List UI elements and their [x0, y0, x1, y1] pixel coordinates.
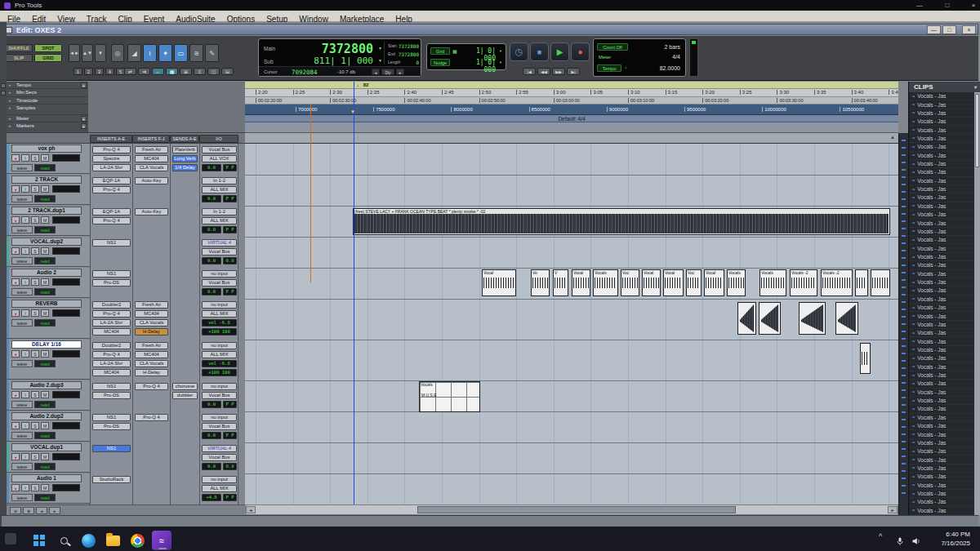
automation-mode-button[interactable]: read — [34, 319, 56, 327]
output-volume[interactable]: 0.0 — [202, 164, 221, 171]
mirror-midi-icon[interactable]: ↔ — [152, 68, 164, 75]
insert-slot[interactable]: Doubler2 — [92, 301, 131, 309]
track-view-selector[interactable]: wave — [11, 195, 33, 202]
edge-browser-button[interactable] — [78, 531, 98, 550]
input-monitor-button[interactable]: I — [21, 391, 29, 398]
horizontal-scroll-thumb[interactable] — [417, 506, 736, 513]
record-button[interactable]: ● — [571, 42, 590, 61]
close-icon[interactable]: × — [964, 1, 980, 10]
mute-button[interactable]: M — [41, 350, 49, 358]
scroll-up-icon[interactable]: ▲ — [890, 135, 895, 140]
scroll-right-icon[interactable]: ► — [888, 506, 898, 513]
audio-clip[interactable]: Vocal — [663, 269, 684, 296]
clip-list-item[interactable]: ≈Vocals - Jas — [909, 244, 975, 252]
insert-slot[interactable]: EQP-1A — [92, 208, 131, 216]
meter-ruler[interactable]: Default: 4/4 — [245, 115, 898, 122]
scroll-left-icon[interactable]: ◄ — [246, 506, 256, 513]
record-enable-button[interactable]: ● — [11, 422, 20, 429]
record-enable-button[interactable]: ● — [11, 309, 20, 317]
clip-list-item[interactable]: ≈Vocals - Jas — [909, 447, 975, 455]
track-view-selector[interactable]: wave — [11, 226, 33, 233]
insert-slot[interactable]: NS1 — [92, 445, 131, 452]
insert-slot[interactable]: Auto-Key — [135, 177, 168, 184]
io-output-selector[interactable]: Vocal Bus — [202, 279, 237, 287]
track-view-selector[interactable]: wave — [11, 288, 33, 295]
audio-clip[interactable]: Voc — [621, 269, 639, 296]
edit-window-titlebar[interactable]: Edit: OXES 2 — □ × — [2, 24, 978, 35]
insert-slot[interactable]: Long Verb — [172, 155, 198, 162]
add-markers-button[interactable]: + — [81, 123, 87, 129]
insert-slot[interactable]: MC404 — [92, 328, 131, 335]
insert-slot[interactable]: Fresh Air — [135, 146, 168, 153]
edit-minimize-icon[interactable]: — — [927, 25, 941, 34]
output-pan[interactable]: 0.0 — [223, 463, 237, 470]
output-volume[interactable]: 0.0 — [202, 463, 221, 470]
io-output-selector[interactable]: ALL MIX — [202, 351, 237, 358]
audio-clip[interactable] — [860, 343, 871, 374]
io-input-selector[interactable]: VIRTUAL 4 — [202, 445, 237, 452]
ruler-label-markers[interactable]: ▸Markers+ — [7, 122, 88, 133]
track-header-2-track-dup1[interactable]: 2 TRACK.dup1●ISMwaveread — [7, 206, 90, 236]
output-volume[interactable]: 0.0 — [202, 195, 221, 202]
audio-clip[interactable]: Vocal — [482, 269, 516, 296]
io-output-selector[interactable]: Vocal Bus — [202, 454, 237, 461]
track-view-selector[interactable]: wave — [11, 463, 33, 470]
io-input-selector[interactable]: no input — [202, 301, 237, 309]
clip-list-item[interactable]: ≈Vocals - Jas — [909, 287, 975, 295]
track-view-selector[interactable]: wave — [11, 319, 33, 327]
audio-clip[interactable]: Vocal — [572, 269, 590, 296]
minimize-icon[interactable]: — — [910, 1, 929, 10]
audio-clip[interactable]: Vocal — [642, 269, 661, 296]
track-header-delay-1-16[interactable]: DELAY 1/16●ISMwaveread — [7, 340, 90, 380]
track-header-vocal-dup1[interactable]: VOCAL.dup1●ISMwaveread — [7, 442, 90, 473]
clips-scroll-thumb[interactable] — [975, 94, 979, 167]
clip-list-item[interactable]: ≈Vocals - Jas — [909, 253, 975, 261]
audio-clip[interactable]: Vocals -2 — [790, 269, 817, 296]
link-timeline-icon[interactable]: ⇄ — [124, 68, 136, 75]
insert-slot[interactable]: Pro-Q 4 — [92, 186, 131, 193]
insert-slot[interactable]: NS1 — [92, 383, 131, 390]
insert-slot[interactable]: Pro-Q 4 — [92, 146, 131, 153]
meter-value[interactable]: 4/4 — [672, 54, 680, 60]
edit-close-icon[interactable]: × — [962, 25, 976, 34]
tempo-button[interactable]: Tempo — [597, 64, 621, 72]
grabber-tool-icon[interactable]: ✦ — [158, 44, 172, 62]
io-output-selector[interactable]: ALL VOX — [202, 155, 237, 162]
io-output-selector[interactable]: ALL MIX — [202, 217, 237, 224]
clip-list-item[interactable]: ≈Vocals - Jas — [909, 270, 975, 278]
ruler-label-min-secs[interactable]: ▸Min:Secs — [7, 89, 88, 97]
automation-mode-button[interactable]: read — [34, 164, 56, 171]
stop-button[interactable]: ■ — [530, 42, 549, 61]
mode-shuffle[interactable]: SHUFFLE — [5, 44, 33, 52]
record-enable-button[interactable]: ● — [11, 350, 20, 358]
output-pan[interactable]: P P — [223, 288, 237, 295]
record-enable-button[interactable]: ● — [11, 453, 20, 460]
clip-list-item[interactable]: ≈Vocals - Jas — [909, 193, 975, 202]
clip-list-item[interactable]: ≈Vocals - Jas — [909, 177, 975, 185]
mute-button[interactable]: M — [41, 391, 49, 398]
track-header-audio-2-dup2[interactable]: Audio 2.dup2●ISMwaveread — [7, 411, 90, 442]
mute-button[interactable]: M — [41, 154, 49, 162]
input-monitor-button[interactable]: I — [21, 185, 29, 193]
clip-list-item[interactable]: ≈Vocals - Jas — [909, 135, 975, 143]
audio-clip[interactable] — [871, 269, 890, 296]
track-name[interactable]: VOCAL.dup1 — [11, 443, 82, 451]
clip-list-item[interactable]: ≈Vocals - Jas — [909, 490, 975, 498]
audio-clip[interactable]: Vo — [531, 269, 550, 296]
solo-button[interactable]: S — [31, 278, 39, 286]
mute-button[interactable]: M — [41, 278, 49, 286]
nudge-value[interactable]: 1| 0| 000 — [461, 59, 496, 73]
track-view-selector[interactable]: wave — [11, 494, 33, 501]
insert-slot[interactable]: Pro-Q 4 — [135, 383, 168, 390]
audio-clip[interactable]: Vocals — [727, 269, 746, 296]
mute-button[interactable]: M — [41, 185, 49, 193]
output-pan[interactable]: 0.0 — [223, 257, 237, 264]
grid-follows-icon[interactable]: ⊟ — [221, 68, 234, 75]
edge-tool-icon[interactable] — [1, 83, 6, 88]
audio-clip[interactable]: VocalsM.U.S.E — [419, 381, 480, 412]
io-header[interactable]: I/O — [199, 135, 238, 143]
clip-list-item[interactable]: ≈Vocals - Jas — [909, 219, 975, 227]
track-header-audio-2[interactable]: Audio 2●ISMwaveread — [7, 268, 90, 298]
mute-button[interactable]: M — [41, 453, 49, 460]
mode-grid[interactable]: GRID — [34, 54, 62, 62]
